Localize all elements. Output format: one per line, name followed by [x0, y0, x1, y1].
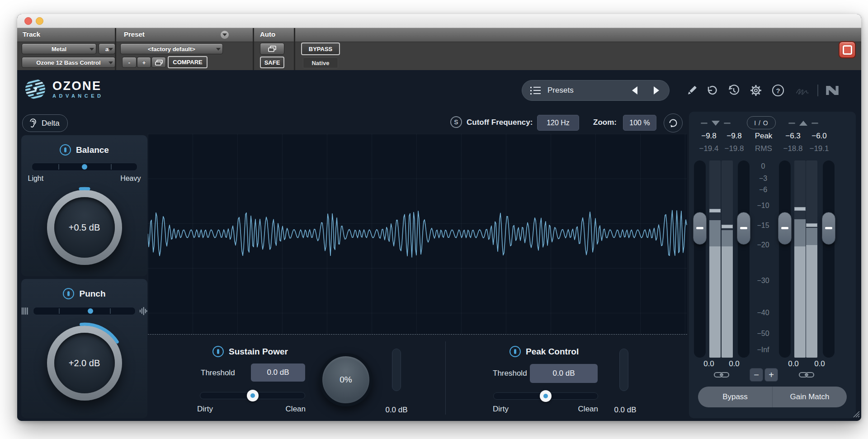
help-button[interactable]: ?	[770, 83, 786, 98]
undo-button[interactable]	[703, 83, 719, 98]
peak-slider-thumb[interactable]	[540, 390, 552, 402]
signature-button[interactable]	[795, 83, 810, 98]
preset-section-label: Preset	[124, 30, 145, 38]
punch-slider-thumb[interactable]	[88, 308, 93, 314]
sustain-amount-knob[interactable]: 0%	[319, 353, 373, 406]
auto-window-button[interactable]	[260, 43, 284, 55]
sustain-amount-value: 0%	[340, 375, 352, 385]
minimize-button[interactable]	[36, 17, 43, 25]
preset-previous-arrow[interactable]	[632, 86, 637, 94]
sustain-power-title: Sustain Power	[229, 347, 288, 357]
punch-section: Punch +2.0 dB	[21, 279, 147, 418]
balance-slider[interactable]	[32, 163, 137, 171]
svg-text:?: ?	[776, 87, 780, 94]
gain-increment-button[interactable]: +	[764, 368, 778, 382]
preset-decrement-button[interactable]: -	[122, 57, 137, 68]
plugin-automation-button[interactable]	[839, 41, 856, 58]
waveform-display[interactable]	[148, 134, 687, 335]
output-meter-options[interactable]	[788, 121, 818, 126]
output-link-button[interactable]	[797, 369, 816, 380]
compare-button[interactable]: COMPARE	[168, 56, 208, 68]
history-button[interactable]	[726, 83, 741, 98]
output-gain-left-value: 0.0	[779, 359, 808, 368]
track-section-label: Track	[23, 30, 40, 38]
pencil-icon	[685, 84, 698, 97]
peak-gain-meter	[619, 349, 628, 391]
sustain-slider-thumb[interactable]	[247, 390, 259, 401]
librarian-menu-button[interactable]	[151, 57, 166, 68]
gain-decrement-button[interactable]: −	[750, 368, 763, 382]
gain-fader-handle[interactable]	[693, 212, 707, 245]
track-selector[interactable]: Metal	[22, 43, 96, 54]
delta-label: Delta	[42, 119, 60, 128]
input-meter-options[interactable]	[701, 121, 731, 126]
peak-gain-value: 0.0 dB	[609, 406, 641, 415]
peak-power-toggle[interactable]	[509, 346, 521, 357]
peak-label: Peak	[747, 132, 780, 141]
in-rms-right: −19.8	[718, 144, 750, 153]
sustain-threshold-value[interactable]: 0.0 dB	[251, 363, 305, 382]
peak-threshold-slider[interactable]	[493, 392, 598, 400]
divider	[817, 85, 818, 96]
sustain-threshold-label: Threshold	[201, 368, 235, 378]
meter-scale-label: −40	[744, 309, 783, 317]
gain-match-button[interactable]: Gain Match	[772, 387, 847, 407]
waveform	[148, 134, 687, 334]
out-rms-right: −19.1	[803, 144, 835, 153]
cutoff-frequency-value[interactable]: 120 Hz	[537, 115, 579, 131]
resize-grip[interactable]	[852, 410, 860, 420]
peak-min-label: Dirty	[493, 405, 509, 414]
peak-threshold-value[interactable]: 0.0 dB	[530, 364, 598, 383]
meter-scale-label: −6	[744, 186, 783, 194]
auto-window-icon	[268, 46, 276, 52]
preset-selector[interactable]: <factory default>	[120, 43, 223, 54]
settings-button[interactable]	[748, 83, 764, 98]
close-button[interactable]	[24, 17, 32, 25]
punch-slider[interactable]	[33, 307, 136, 315]
divider	[445, 341, 446, 415]
sustain-power-toggle[interactable]	[212, 346, 224, 357]
native-button[interactable]: Native	[303, 57, 338, 68]
peak-control-title: Peak Control	[526, 347, 579, 357]
delta-button[interactable]: Delta	[22, 114, 68, 132]
presets-label: Presets	[547, 86, 574, 95]
punch-power-toggle[interactable]	[63, 288, 74, 299]
solo-badge[interactable]: S	[450, 116, 462, 128]
preset-increment-button[interactable]: +	[137, 57, 151, 68]
preset-menu-chevron-icon[interactable]	[221, 31, 229, 39]
gear-icon	[749, 83, 763, 98]
io-toggle[interactable]: I / O	[747, 116, 776, 129]
host-toolbar: Track Preset Auto Metal a Ozone 12 Bass …	[17, 28, 861, 71]
balance-slider-thumb[interactable]	[82, 164, 87, 170]
safe-button[interactable]: SAFE	[260, 57, 284, 68]
presets-button[interactable]: Presets	[522, 80, 670, 101]
meter-scale-label: −15	[744, 222, 783, 230]
balance-power-toggle[interactable]	[60, 144, 71, 156]
edit-button[interactable]	[684, 83, 699, 98]
meter-scale-label: −10	[744, 202, 783, 210]
cutoff-frequency-label: Cutoff Frequency:	[467, 118, 533, 127]
loop-playback-button[interactable]	[664, 113, 683, 132]
zoom-label: Zoom:	[593, 118, 617, 127]
balance-knob-indicator	[42, 184, 127, 270]
preset-next-arrow[interactable]	[654, 86, 659, 94]
gain-fader-handle[interactable]	[822, 212, 835, 245]
punch-knob-indicator	[42, 320, 127, 406]
track-variant-selector[interactable]: a	[99, 43, 115, 54]
sustain-threshold-slider[interactable]	[200, 392, 305, 399]
fader-track	[694, 160, 706, 358]
meter-scale-label: 0	[744, 162, 783, 170]
meter-scale-label: −3	[744, 175, 783, 183]
bypass-host-button[interactable]: BYPASS	[301, 42, 340, 55]
sustain-power-header: Sustain Power	[212, 346, 288, 357]
balance-title: Balance	[76, 145, 109, 155]
plugin-selector[interactable]: Ozone 12 Bass Control	[22, 57, 115, 68]
input-link-button[interactable]	[712, 369, 731, 380]
balance-max-label: Heavy	[120, 175, 141, 183]
bypass-button[interactable]: Bypass	[698, 387, 772, 407]
sustain-gain-meter	[392, 349, 401, 391]
meter-scale-label: −Inf	[744, 346, 783, 354]
input-gain-right-value: 0.0	[720, 359, 749, 368]
link-icon	[798, 370, 815, 379]
zoom-value[interactable]: 100 %	[623, 115, 656, 131]
